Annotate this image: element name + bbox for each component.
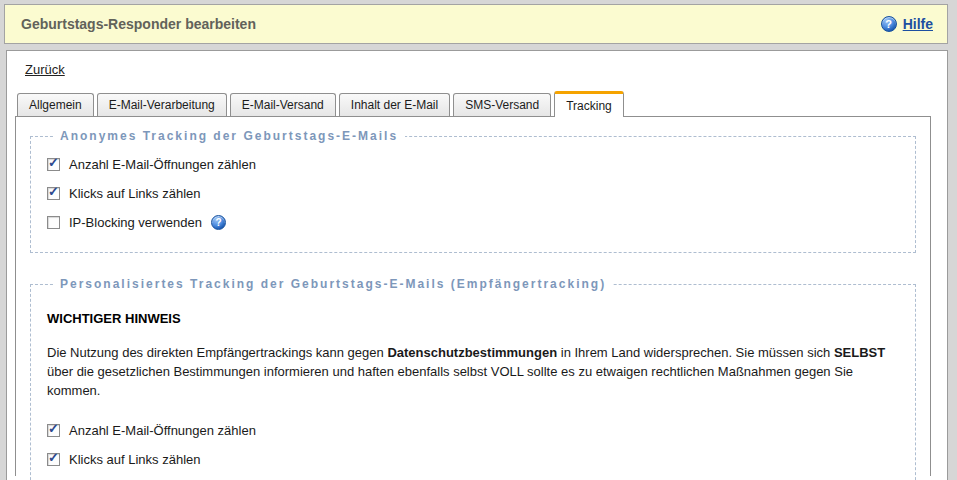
- checkbox-label: Klicks auf Links zählen: [69, 452, 201, 467]
- personalized-tracking-legend: Personalisiertes Tracking der Geburtstag…: [53, 277, 613, 291]
- notice-text-bold: Datenschutzbestimmungen: [387, 345, 557, 360]
- tab-allgemein[interactable]: Allgemein: [17, 93, 94, 116]
- notice-text-part: Die Nutzung des direkten Empfängertracki…: [47, 345, 387, 360]
- checkbox-label: Anzahl E-Mail-Öffnungen zählen: [69, 423, 256, 438]
- checkbox-row-open-count: ✓ Anzahl E-Mail-Öffnungen zählen: [47, 157, 903, 172]
- help-area: ? Hilfe: [881, 16, 933, 32]
- page-title: Geburtstags-Responder bearbeiten: [21, 16, 256, 32]
- check-icon: ✓: [48, 422, 59, 435]
- help-icon[interactable]: ?: [881, 16, 897, 32]
- tabs-row: Allgemein E-Mail-Verarbeitung E-Mail-Ver…: [16, 91, 947, 116]
- help-link[interactable]: Hilfe: [903, 16, 933, 32]
- tab-email-versand[interactable]: E-Mail-Versand: [230, 93, 336, 116]
- anonymous-tracking-legend: Anonymes Tracking der Geburtstags-E-Mail…: [53, 129, 405, 143]
- check-icon: ✓: [48, 156, 59, 169]
- anonymous-tracking-section: Anonymes Tracking der Geburtstags-E-Mail…: [30, 129, 916, 253]
- tab-tracking[interactable]: Tracking: [554, 91, 624, 117]
- tab-sms-versand[interactable]: SMS-Versand: [453, 93, 551, 116]
- check-icon: ✓: [48, 185, 59, 198]
- notice-text-part: in Ihrem Land widersprechen. Sie müssen …: [557, 345, 834, 360]
- notice-heading: WICHTIGER HINWEIS: [47, 311, 903, 326]
- checkbox-ip-blocking[interactable]: [47, 216, 60, 229]
- checkbox-link-clicks[interactable]: ✓: [47, 187, 60, 200]
- content-box: Zurück Allgemein E-Mail-Verarbeitung E-M…: [6, 50, 948, 480]
- checkbox-label: Klicks auf Links zählen: [69, 186, 201, 201]
- checkbox-label: IP-Blocking verwenden: [69, 215, 202, 230]
- tab-email-verarbeitung[interactable]: E-Mail-Verarbeitung: [97, 93, 227, 116]
- checkbox-row-ip-blocking: IP-Blocking verwenden ?: [47, 215, 903, 230]
- notice-text: Die Nutzung des direkten Empfängertracki…: [47, 344, 899, 401]
- help-icon[interactable]: ?: [211, 215, 226, 230]
- checkbox-open-count[interactable]: ✓: [47, 158, 60, 171]
- check-icon: ✓: [48, 451, 59, 464]
- checkbox-link-clicks-personalized[interactable]: ✓: [47, 453, 60, 466]
- header-bar: Geburtstags-Responder bearbeiten ? Hilfe: [4, 4, 948, 44]
- checkbox-row-link-clicks-personalized: ✓ Klicks auf Links zählen: [47, 452, 903, 467]
- checkbox-row-open-count-personalized: ✓ Anzahl E-Mail-Öffnungen zählen: [47, 423, 903, 438]
- personalized-tracking-section: Personalisiertes Tracking der Geburtstag…: [30, 277, 916, 480]
- tab-inhalt-der-email[interactable]: Inhalt der E-Mail: [339, 93, 450, 116]
- checkbox-row-link-clicks: ✓ Klicks auf Links zählen: [47, 186, 903, 201]
- tracking-tab-panel: Anonymes Tracking der Geburtstags-E-Mail…: [15, 116, 931, 476]
- checkbox-open-count-personalized[interactable]: ✓: [47, 424, 60, 437]
- back-link[interactable]: Zurück: [25, 62, 65, 77]
- notice-text-part: über die gesetzlichen Bestimmungen infor…: [47, 364, 853, 398]
- checkbox-label: Anzahl E-Mail-Öffnungen zählen: [69, 157, 256, 172]
- notice-text-bold: SELBST: [834, 345, 885, 360]
